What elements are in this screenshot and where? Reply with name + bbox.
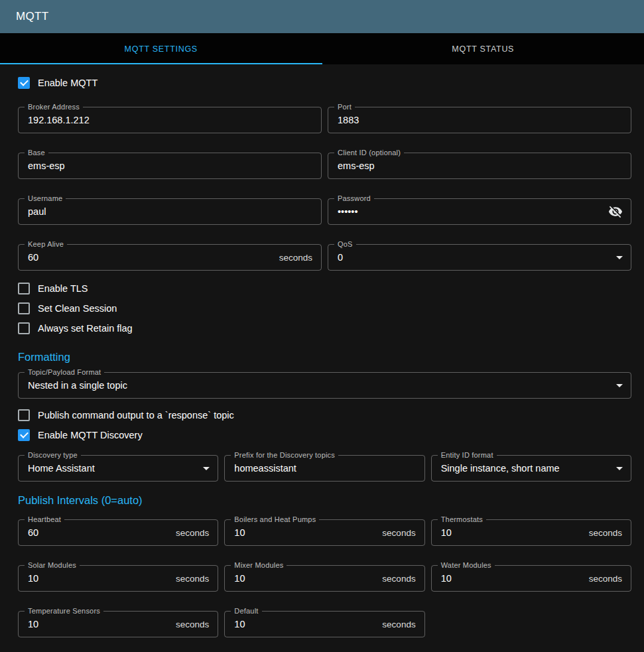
tab-mqtt-status[interactable]: MQTT STATUS xyxy=(322,33,644,64)
intervals-row-2: Solar Modules seconds Mixer Modules seco… xyxy=(18,565,631,592)
settings-form: Enable MQTT Broker Address Port Base Cli… xyxy=(0,64,644,648)
tab-mqtt-settings-label: MQTT SETTINGS xyxy=(125,44,198,54)
broker-address-label: Broker Address xyxy=(25,103,83,111)
temperature-sensors-field: Temperature Sensors seconds xyxy=(18,611,218,637)
discovery-type-select[interactable]: Discovery type Home Assistant xyxy=(18,455,218,482)
enable-mqtt-label: Enable MQTT xyxy=(38,78,97,88)
mixer-field: Mixer Modules seconds xyxy=(224,565,424,592)
mixer-unit: seconds xyxy=(382,574,424,584)
base-label: Base xyxy=(25,149,48,157)
checkbox-icon xyxy=(18,409,30,421)
keep-alive-label: Keep Alive xyxy=(25,240,67,249)
broker-port-row: Broker Address Port xyxy=(18,107,631,133)
dropdown-arrow-icon xyxy=(616,384,623,387)
base-clientid-row: Base Client ID (optional) xyxy=(18,153,631,179)
enable-tls-label: Enable TLS xyxy=(38,283,88,294)
entity-id-format-select[interactable]: Entity ID format Single instance, short … xyxy=(431,455,631,482)
publish-intervals-heading: Publish Intervals (0=auto) xyxy=(18,493,631,507)
default-interval-label: Default xyxy=(231,607,261,616)
tab-bar: MQTT SETTINGS MQTT STATUS xyxy=(0,33,644,64)
boilers-unit: seconds xyxy=(382,528,424,538)
enable-discovery-checkbox[interactable]: Enable MQTT Discovery xyxy=(18,425,143,445)
keep-alive-unit: seconds xyxy=(279,253,321,263)
tab-mqtt-settings[interactable]: MQTT SETTINGS xyxy=(0,33,322,64)
boilers-field: Boilers and Heat Pumps seconds xyxy=(224,519,424,546)
qos-value: 0 xyxy=(328,252,616,263)
temperature-sensors-unit: seconds xyxy=(176,619,218,629)
app-header: MQTT xyxy=(0,0,644,33)
port-label: Port xyxy=(334,103,355,111)
tab-mqtt-status-label: MQTT STATUS xyxy=(452,44,514,54)
publish-response-label: Publish command output to a `response` t… xyxy=(38,410,234,421)
thermostats-field: Thermostats seconds xyxy=(431,519,631,546)
default-interval-field: Default seconds xyxy=(224,611,424,637)
keepalive-qos-row: Keep Alive seconds QoS 0 xyxy=(18,244,631,271)
water-label: Water Modules xyxy=(438,561,495,570)
enable-mqtt-checkbox[interactable]: Enable MQTT xyxy=(18,73,97,93)
discovery-settings-row: Discovery type Home Assistant Prefix for… xyxy=(18,455,631,482)
heartbeat-label: Heartbeat xyxy=(25,515,64,524)
username-label: Username xyxy=(25,194,66,203)
entity-id-format-label: Entity ID format xyxy=(438,451,497,460)
password-field: Password xyxy=(328,198,631,225)
broker-address-field: Broker Address xyxy=(18,107,322,133)
dropdown-arrow-icon xyxy=(616,256,623,259)
intervals-row-1: Heartbeat seconds Boilers and Heat Pumps… xyxy=(18,519,631,546)
solar-unit: seconds xyxy=(176,574,218,584)
solar-label: Solar Modules xyxy=(25,561,80,570)
port-input[interactable] xyxy=(328,107,631,133)
temperature-sensors-label: Temperature Sensors xyxy=(25,607,103,616)
mqtt-options-group: Enable TLS Set Clean Session Always set … xyxy=(18,279,631,338)
heartbeat-unit: seconds xyxy=(176,528,218,538)
default-interval-unit: seconds xyxy=(382,619,424,629)
qos-label: QoS xyxy=(334,240,356,249)
discovery-type-label: Discovery type xyxy=(25,451,81,460)
client-id-field: Client ID (optional) xyxy=(328,153,631,179)
checkbox-icon xyxy=(18,283,30,294)
publish-response-checkbox[interactable]: Publish command output to a `response` t… xyxy=(18,405,234,425)
mqtt-settings-page: MQTT MQTT SETTINGS MQTT STATUS Enable MQ… xyxy=(0,0,644,648)
dropdown-arrow-icon xyxy=(203,467,210,470)
thermostats-unit: seconds xyxy=(589,528,631,538)
boilers-label: Boilers and Heat Pumps xyxy=(231,515,319,524)
mixer-label: Mixer Modules xyxy=(231,561,287,570)
thermostats-label: Thermostats xyxy=(438,515,486,524)
toggle-password-visibility-button[interactable] xyxy=(606,202,625,222)
checkbox-icon xyxy=(18,302,30,314)
qos-select[interactable]: QoS 0 xyxy=(328,244,631,271)
password-label: Password xyxy=(334,194,374,203)
port-field: Port xyxy=(328,107,631,133)
client-id-label: Client ID (optional) xyxy=(334,149,404,157)
topic-format-value: Nested in a single topic xyxy=(19,380,616,391)
retain-flag-label: Always set Retain flag xyxy=(38,323,133,334)
water-field: Water Modules seconds xyxy=(431,565,631,592)
username-field: Username xyxy=(18,198,322,225)
page-title: MQTT xyxy=(16,10,48,23)
clean-session-label: Set Clean Session xyxy=(38,303,117,314)
water-unit: seconds xyxy=(589,574,631,584)
heartbeat-field: Heartbeat seconds xyxy=(18,519,218,546)
retain-flag-checkbox[interactable]: Always set Retain flag xyxy=(18,318,133,338)
clean-session-checkbox[interactable]: Set Clean Session xyxy=(18,298,117,318)
empty-cell xyxy=(431,611,631,637)
credentials-row: Username Password xyxy=(18,198,631,225)
solar-field: Solar Modules seconds xyxy=(18,565,218,592)
keep-alive-field: Keep Alive seconds xyxy=(18,244,322,271)
enable-tls-checkbox[interactable]: Enable TLS xyxy=(18,279,88,298)
topic-format-row: Topic/Payload Format Nested in a single … xyxy=(18,372,631,399)
visibility-off-icon xyxy=(608,204,623,219)
formatting-heading: Formatting xyxy=(18,350,631,363)
entity-id-format-value: Single instance, short name xyxy=(432,463,616,474)
checkbox-icon xyxy=(18,322,30,334)
base-field: Base xyxy=(18,153,322,179)
discovery-prefix-field: Prefix for the Discovery topics xyxy=(224,455,424,482)
topic-format-label: Topic/Payload Format xyxy=(25,368,104,377)
base-input[interactable] xyxy=(19,153,321,178)
intervals-row-3: Temperature Sensors seconds Default seco… xyxy=(18,611,631,637)
discovery-type-value: Home Assistant xyxy=(19,463,203,474)
discovery-options-group: Publish command output to a `response` t… xyxy=(18,405,631,445)
checkbox-icon xyxy=(18,429,30,441)
discovery-prefix-label: Prefix for the Discovery topics xyxy=(231,451,338,460)
dropdown-arrow-icon xyxy=(616,467,623,470)
topic-format-select[interactable]: Topic/Payload Format Nested in a single … xyxy=(18,372,631,399)
